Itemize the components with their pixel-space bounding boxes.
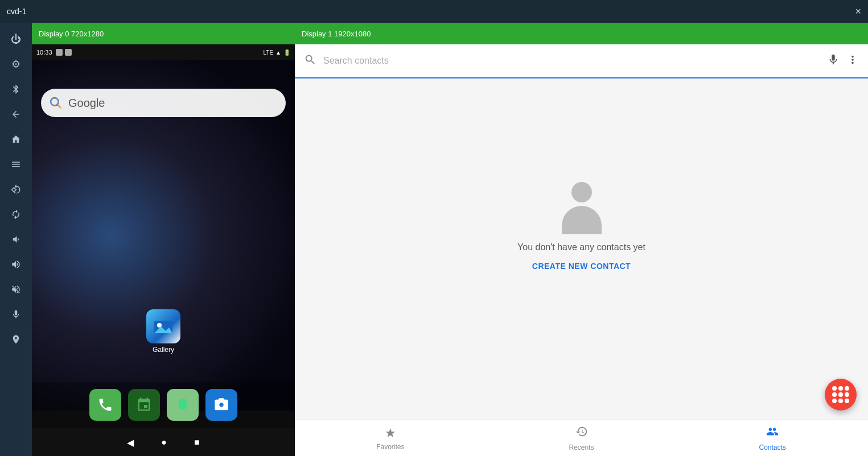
left-sidebar: ⏻ ⚙: [0, 23, 32, 456]
phone-time: 10:33: [36, 49, 52, 56]
phone-icon-svg: [97, 397, 113, 413]
signal-bars: ▲: [275, 49, 281, 56]
mic-sidebar-icon[interactable]: [5, 304, 27, 325]
fdroid-icon-svg: [136, 397, 152, 413]
lte-label: LTE: [263, 49, 273, 56]
contacts-tab-icon: [766, 425, 779, 441]
volume-down-icon[interactable]: [5, 229, 27, 250]
title-bar: cvd-1 ×: [0, 0, 868, 23]
display-1-header: Display 1 1920x1080: [295, 23, 868, 44]
contacts-empty-state: You don't have any contacts yet CREATE N…: [295, 78, 868, 420]
android-app-icon[interactable]: [167, 389, 199, 421]
fab-grid-icon: [832, 386, 849, 403]
phone-status-right: LTE ▲ 🔋: [263, 49, 290, 56]
empty-avatar: [556, 182, 607, 233]
battery-indicator: [65, 49, 72, 56]
display-1-panel: Display 1 1920x1080 Search contacts: [295, 23, 868, 456]
voice-search-icon[interactable]: [827, 53, 840, 69]
location-icon[interactable]: [5, 329, 27, 350]
phone-navbar: ◀ ● ■: [32, 429, 295, 456]
menu-icon[interactable]: [5, 154, 27, 175]
refresh-icon[interactable]: [5, 204, 27, 225]
no-contacts-message: You don't have any contacts yet: [517, 242, 645, 252]
power-icon[interactable]: ⏻: [5, 28, 27, 50]
favorites-tab[interactable]: ★ Favorites: [295, 420, 486, 456]
close-button[interactable]: ×: [855, 6, 861, 18]
phone-wallpaper: Google: [32, 60, 295, 411]
phone-dock: [32, 382, 295, 428]
contacts-app: Search contacts: [295, 44, 868, 456]
avatar-head: [571, 182, 592, 202]
battery-icon: 🔋: [283, 49, 290, 56]
camera-icon-svg: [213, 397, 229, 413]
home-nav-button[interactable]: ●: [161, 437, 167, 447]
recents-tab-icon: [575, 425, 588, 441]
gallery-label: Gallery: [153, 346, 174, 354]
google-search-text: Google: [68, 97, 105, 110]
phone-screen[interactable]: 10:33 LTE ▲ 🔋: [32, 44, 295, 456]
rotate-icon[interactable]: [5, 179, 27, 200]
favorites-tab-icon: ★: [385, 426, 396, 441]
main-area: ⏻ ⚙: [0, 23, 868, 456]
fab-button[interactable]: [825, 379, 857, 411]
settings-icon[interactable]: ⚙: [5, 53, 27, 75]
search-placeholder-text: Search contacts: [323, 56, 820, 66]
display-panels: Display 0 720x1280 10:33 LTE ▲ 🔋: [32, 23, 868, 456]
google-search-bar[interactable]: Google: [41, 89, 286, 117]
volume-up-icon[interactable]: [5, 254, 27, 275]
display-0-panel: Display 0 720x1280 10:33 LTE ▲ 🔋: [32, 23, 295, 456]
gallery-icon-area[interactable]: Gallery: [146, 309, 180, 354]
google-search-icon: [48, 95, 64, 111]
app-title: cvd-1: [7, 7, 26, 16]
more-options-icon[interactable]: [846, 53, 859, 69]
android-icon-svg: [175, 397, 191, 413]
camera-app-icon[interactable]: [205, 389, 237, 421]
gallery-icon-svg: [153, 316, 174, 337]
svg-line-4: [57, 104, 60, 107]
gallery-icon[interactable]: [146, 309, 180, 343]
displays-area: Display 0 720x1280 10:33 LTE ▲ 🔋: [32, 23, 868, 456]
display-0-header: Display 0 720x1280: [32, 23, 295, 44]
signal-indicator: [56, 49, 63, 56]
back-nav-icon[interactable]: [5, 103, 27, 125]
recents-tab-label: Recents: [569, 443, 594, 451]
home-icon[interactable]: [5, 128, 27, 150]
display-1-label: Display 1 1920x1080: [302, 30, 371, 38]
contacts-tab-label: Contacts: [759, 443, 786, 451]
recents-tab[interactable]: Recents: [486, 420, 677, 456]
back-nav-button[interactable]: ◀: [127, 437, 134, 448]
mute-icon[interactable]: [5, 279, 27, 300]
contacts-bottom-tabs: ★ Favorites Recents: [295, 420, 868, 456]
phone-app-icon[interactable]: [89, 389, 121, 421]
contacts-tab[interactable]: Contacts: [677, 420, 868, 456]
display-0-label: Display 0 720x1280: [39, 30, 104, 38]
create-contact-button[interactable]: CREATE NEW CONTACT: [532, 262, 631, 271]
phone-status-bar: 10:33 LTE ▲ 🔋: [32, 44, 295, 60]
recent-nav-button[interactable]: ■: [194, 437, 200, 447]
bluetooth-icon[interactable]: [5, 78, 27, 100]
fdroid-app-icon[interactable]: [128, 389, 160, 421]
search-icon: [304, 53, 316, 69]
avatar-body: [562, 206, 602, 234]
contacts-search-bar[interactable]: Search contacts: [295, 44, 868, 78]
favorites-tab-label: Favorites: [376, 443, 404, 451]
